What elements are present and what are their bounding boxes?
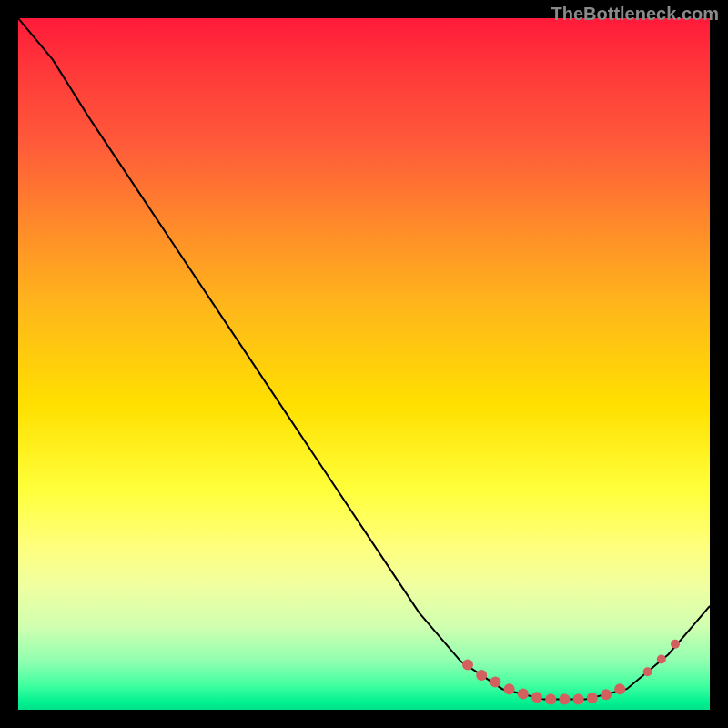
data-marker (476, 670, 487, 681)
data-marker (587, 693, 598, 703)
data-marker (614, 683, 625, 694)
watermark-text: TheBottleneck.com (551, 4, 719, 25)
data-marker (657, 655, 666, 664)
data-marker (462, 660, 473, 671)
data-marker (559, 694, 570, 705)
data-marker (573, 694, 584, 705)
data-marker (601, 689, 612, 700)
data-marker (504, 683, 515, 694)
chart-svg (18, 18, 710, 710)
marker-group (462, 640, 680, 705)
data-marker (531, 692, 542, 703)
data-marker (671, 640, 680, 649)
data-marker (518, 689, 529, 700)
chart-plot-area (18, 18, 710, 710)
data-curve (18, 18, 710, 700)
data-marker (490, 677, 500, 688)
data-marker (643, 667, 652, 676)
data-marker (545, 694, 556, 705)
